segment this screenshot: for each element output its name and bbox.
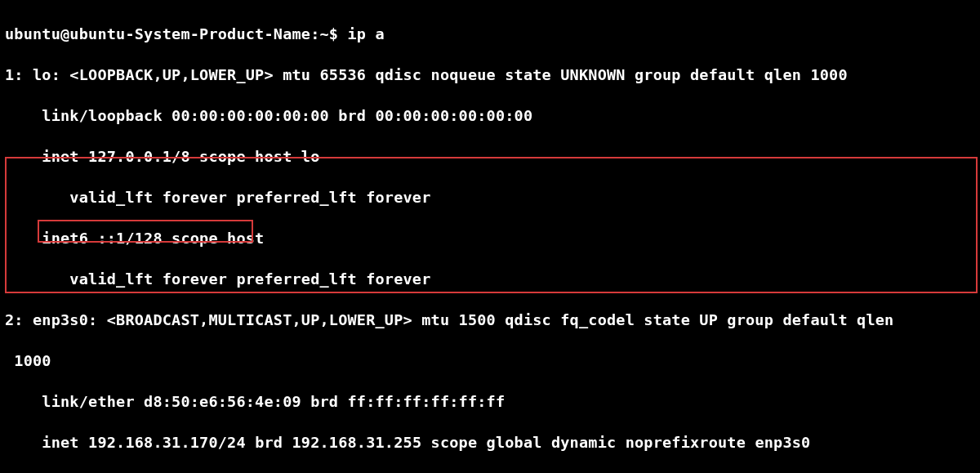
iface-enp3s0-link: link/ether d8:50:e6:56:4e:09 brd ff:ff:f… <box>5 391 975 412</box>
iface-enp3s0-header-wrap: 1000 <box>5 350 975 371</box>
iface-lo-inet: inet 127.0.0.1/8 scope host lo <box>5 146 975 167</box>
iface-lo-link: link/loopback 00:00:00:00:00:00 brd 00:0… <box>5 105 975 126</box>
prompt-line-1: ubuntu@ubuntu-System-Product-Name:~$ ip … <box>5 24 975 44</box>
prompt-user-host: ubuntu@ubuntu-System-Product-Name <box>5 25 310 42</box>
iface-enp3s0-inet-rest: brd 192.168.31.255 scope global dynamic … <box>246 434 811 451</box>
iface-enp3s0-header: 2: enp3s0: <BROADCAST,MULTICAST,UP,LOWER… <box>5 310 975 330</box>
iface-enp3s0-inet-addr: inet 192.168.31.170/24 <box>5 434 246 451</box>
prompt-path: ~ <box>320 25 329 42</box>
typed-command: ip a <box>348 25 385 42</box>
iface-lo-inet6-lft: valid_lft forever preferred_lft forever <box>5 269 975 289</box>
prompt-sep: : <box>310 25 319 42</box>
prompt-dollar: $ <box>329 25 348 42</box>
iface-enp3s0-inet-line: inet 192.168.31.170/24 brd 192.168.31.25… <box>5 432 975 453</box>
terminal-window[interactable]: ubuntu@ubuntu-System-Product-Name:~$ ip … <box>0 0 980 473</box>
iface-lo-header: 1: lo: <LOOPBACK,UP,LOWER_UP> mtu 65536 … <box>5 65 975 85</box>
iface-lo-inet6: inet6 ::1/128 scope host <box>5 228 975 248</box>
iface-lo-inet-lft: valid_lft forever preferred_lft forever <box>5 187 975 207</box>
